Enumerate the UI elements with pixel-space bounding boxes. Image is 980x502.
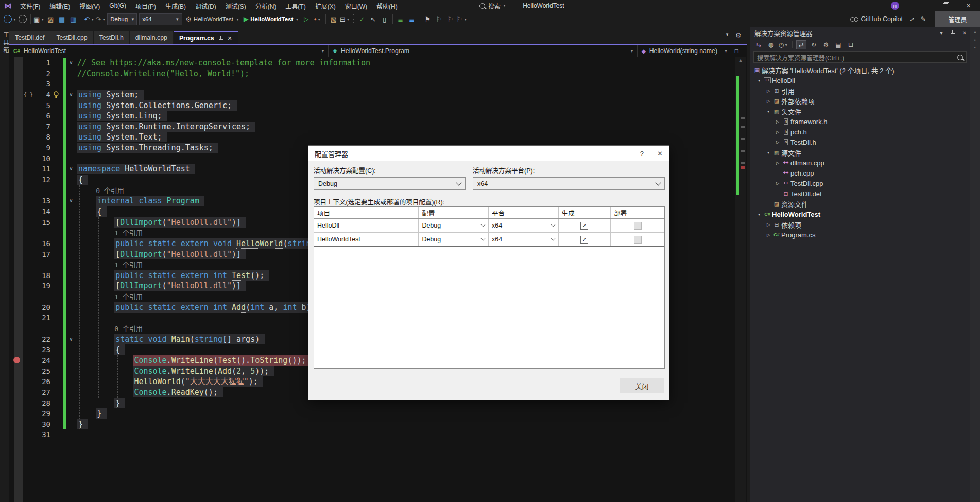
tree-item-testdll.def[interactable]: ⊡TestDll.def: [750, 188, 980, 199]
platform-cell-combo[interactable]: x64: [489, 233, 559, 246]
close-panel-icon[interactable]: ✕: [962, 30, 967, 36]
deploy-checkbox[interactable]: [634, 222, 642, 230]
startup-project-combo[interactable]: ⚙ HelloWorldTest ▼: [183, 13, 242, 25]
build-checkbox[interactable]: ✓: [580, 236, 588, 244]
dialog-title-bar[interactable]: 配置管理器 ? ✕: [308, 146, 669, 161]
code-line[interactable]: 6using System.Linq;: [9, 111, 747, 122]
fold-chevron-icon[interactable]: ∨: [67, 196, 75, 206]
collapsed-arrow-icon[interactable]: ▷: [774, 140, 781, 145]
breakpoint-icon[interactable]: [13, 357, 20, 363]
tree-item-[interactable]: ▷▨外部依赖项: [750, 96, 980, 106]
collapsed-arrow-icon[interactable]: ▷: [765, 99, 772, 103]
show-all-files-button[interactable]: ▤: [833, 40, 844, 49]
clear-bookmarks-button[interactable]: ⚐▼: [456, 13, 468, 25]
menu-item-b[interactable]: 生成(B): [161, 0, 191, 11]
tree-item-[interactable]: ▨资源文件: [750, 199, 980, 209]
configuration-combo[interactable]: Debug ▼: [107, 13, 137, 25]
block-edit-button[interactable]: ▯: [379, 13, 390, 25]
tab-testdll.def[interactable]: TestDll.def: [9, 31, 50, 44]
navigate-backward-button[interactable]: ←▼: [3, 13, 17, 25]
panel-scrollbar[interactable]: ▲ ▪ ▪: [970, 27, 980, 502]
scrollbar-up-arrow[interactable]: ▲: [970, 30, 980, 34]
pending-changes-filter-button[interactable]: ◍: [766, 40, 776, 49]
split-editor-icon[interactable]: ⊟: [734, 48, 743, 55]
fold-chevron-icon[interactable]: ∨: [67, 58, 75, 68]
tree-item-helloworldtest22[interactable]: ▣解决方案 'HelloWorldTest' (2 个项目, 共 2 个): [750, 65, 980, 75]
deploy-checkbox[interactable]: [634, 236, 642, 244]
menu-item-t[interactable]: 工具(T): [281, 0, 310, 11]
save-all-button[interactable]: ▥: [67, 13, 79, 25]
github-copilot-button[interactable]: GitHub Copilot: [850, 13, 903, 25]
code-line[interactable]: { }4∨using System;: [9, 90, 747, 100]
breadcrumb-item-1[interactable]: ❖HelloWorldTest.Program▾: [329, 45, 638, 57]
open-files-filter-button[interactable]: ◷▼: [778, 40, 788, 49]
sync-with-active-document-button[interactable]: ⇄: [796, 40, 806, 49]
code-line[interactable]: 8using System.Text;: [9, 132, 747, 143]
close-icon[interactable]: ✕: [228, 35, 232, 42]
code-line[interactable]: 29 }: [9, 408, 747, 419]
avatar[interactable]: 川: [891, 2, 899, 10]
active-configuration-combo[interactable]: Debug: [314, 177, 466, 190]
tree-item-[interactable]: ▾▨源文件: [750, 147, 980, 158]
start-debugging-button[interactable]: ▶ HelloWorldTest ▼: [244, 15, 299, 23]
breadcrumb-item-0[interactable]: C#HelloWorldTest▾: [9, 45, 329, 57]
code-line[interactable]: 5using System.Collections.Generic;: [9, 100, 747, 111]
tree-item-framework.h[interactable]: ▷hframework.h: [750, 116, 980, 127]
code-line[interactable]: 30}: [9, 419, 747, 430]
collapsed-arrow-icon[interactable]: ▷: [774, 130, 781, 134]
expanded-arrow-icon[interactable]: ▾: [755, 212, 763, 217]
solution-search-input[interactable]: 搜索解决方案资源管理器(Ctrl+;): [753, 51, 967, 63]
code-line[interactable]: 2//Console.WriteLine("Hello, World!");: [9, 68, 747, 79]
prev-bookmark-button[interactable]: ⚐: [434, 13, 445, 25]
codelens-references[interactable]: 0 个引用: [96, 187, 124, 195]
refresh-button[interactable]: ↻: [809, 40, 819, 49]
menu-item-h[interactable]: 帮助(H): [372, 0, 402, 11]
new-project-button[interactable]: ▣▼: [33, 13, 45, 25]
code-line[interactable]: 31: [9, 429, 747, 440]
switch-views-button[interactable]: ⇆: [753, 40, 764, 49]
platform-combo[interactable]: x64 ▼: [139, 13, 182, 25]
codelens-references[interactable]: 1 个引用: [114, 261, 143, 269]
menu-item-e[interactable]: 编辑(E): [45, 0, 75, 11]
menu-item-x[interactable]: 扩展(X): [311, 0, 340, 11]
solution-explorer-header[interactable]: 解决方案资源管理器 ▾✕: [750, 27, 980, 39]
tree-item-pch.h[interactable]: ▷hpch.h: [750, 127, 980, 137]
menu-item-p[interactable]: 项目(P): [131, 0, 161, 11]
expanded-arrow-icon[interactable]: ▾: [765, 109, 772, 114]
pin-panel-icon[interactable]: [950, 30, 955, 36]
find-in-files-button[interactable]: ▧: [328, 13, 339, 25]
tab-program.cs[interactable]: Program.cs✕: [174, 31, 238, 44]
nest-files-button[interactable]: ⚙: [821, 40, 831, 49]
platform-cell-combo[interactable]: x64: [489, 219, 559, 232]
open-file-button[interactable]: ▨: [45, 13, 56, 25]
config-cell-combo[interactable]: Debug: [419, 219, 489, 232]
navigate-forward-button[interactable]: →: [17, 13, 28, 25]
menu-item-f[interactable]: 文件(F): [15, 0, 45, 11]
scrollbar-up-arrow[interactable]: ▲: [735, 58, 746, 63]
menu-item-v[interactable]: 视图(V): [75, 0, 105, 11]
tree-item-[interactable]: ▷⊞引用: [750, 85, 980, 96]
code-line[interactable]: 3: [9, 79, 747, 90]
menu-item-s[interactable]: 测试(S): [221, 0, 251, 11]
tree-item-program.cs[interactable]: ▷C#Program.cs: [750, 230, 980, 240]
save-button[interactable]: ▤: [56, 13, 67, 25]
dialog-close-button[interactable]: ✕: [657, 150, 663, 158]
tree-item-dllmain.cpp[interactable]: ▷++dllmain.cpp: [750, 158, 980, 168]
close-button[interactable]: ✕: [957, 0, 980, 11]
tree-item-hellodll[interactable]: ▾++HelloDll: [750, 75, 980, 85]
solution-configurations-button[interactable]: ⊟▼: [339, 13, 351, 25]
comment-lines-button[interactable]: ≣: [395, 13, 406, 25]
tree-item-[interactable]: ▾▨头文件: [750, 106, 980, 116]
uncomment-lines-button[interactable]: ≣: [406, 13, 418, 25]
cursor-select-button[interactable]: ↖: [368, 13, 379, 25]
fold-chevron-icon[interactable]: ∨: [67, 334, 75, 345]
menu-item-n[interactable]: 分析(N): [251, 0, 281, 11]
spell-check-button[interactable]: ✓: [356, 13, 368, 25]
editor-options-gear-icon[interactable]: ⚙: [735, 32, 741, 39]
window-position-icon[interactable]: ▾: [940, 30, 943, 36]
dialog-help-button[interactable]: ?: [640, 150, 644, 158]
codelens-references[interactable]: 0 个引用: [114, 325, 143, 333]
share-icon[interactable]: ↗: [909, 15, 915, 23]
lightbulb-icon[interactable]: [53, 91, 59, 100]
collapsed-arrow-icon[interactable]: ▷: [765, 233, 772, 237]
